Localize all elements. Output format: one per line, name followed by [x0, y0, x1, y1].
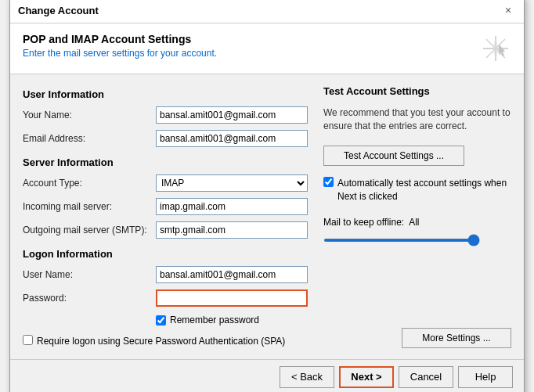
left-panel: User Information Your Name: Email Addres… [23, 85, 308, 348]
cancel-button[interactable]: Cancel [399, 366, 453, 388]
account-type-row: Account Type: IMAP [23, 174, 308, 192]
incoming-mail-label: Incoming mail server: [23, 201, 156, 212]
account-type-select[interactable]: IMAP [156, 174, 308, 192]
email-address-input[interactable] [156, 130, 308, 147]
outgoing-mail-input[interactable] [156, 221, 308, 239]
content-area: User Information Your Name: Email Addres… [10, 74, 524, 359]
close-button[interactable]: × [500, 2, 516, 18]
username-row: User Name: [23, 266, 308, 283]
dialog-title: Change Account [18, 5, 99, 16]
your-name-row: Your Name: [23, 106, 308, 124]
next-button[interactable]: Next > [339, 366, 394, 388]
test-account-settings-button[interactable]: Test Account Settings ... [323, 146, 464, 166]
username-label: User Name: [23, 269, 156, 280]
more-settings-button[interactable]: More Settings ... [402, 328, 511, 348]
password-label: Password: [23, 293, 156, 304]
email-address-label: Email Address: [23, 133, 156, 144]
require-logon-label: Require logon using Secure Password Auth… [37, 335, 285, 348]
logon-info-label: Logon Information [23, 248, 308, 260]
offline-label: Mail to keep offline: All [323, 217, 511, 228]
email-address-row: Email Address: [23, 130, 308, 147]
test-settings-desc: We recommend that you test your account … [323, 106, 511, 133]
incoming-mail-input[interactable] [156, 198, 308, 215]
require-logon-checkbox[interactable] [23, 335, 33, 345]
header-text: POP and IMAP Account Settings Enter the … [23, 33, 217, 59]
remember-password-row: Remember password [156, 315, 308, 325]
slider-container [323, 239, 511, 242]
auto-test-checkbox[interactable] [323, 177, 334, 187]
remember-password-checkbox[interactable] [156, 315, 166, 325]
remember-password-label: Remember password [170, 315, 259, 325]
outgoing-mail-label: Outgoing mail server (SMTP): [23, 225, 156, 236]
svg-marker-4 [493, 38, 499, 59]
your-name-input[interactable] [156, 106, 308, 124]
header-heading: POP and IMAP Account Settings [23, 33, 217, 45]
test-settings-title: Test Account Settings [323, 85, 511, 97]
account-type-label: Account Type: [23, 178, 156, 189]
help-button[interactable]: Help [458, 366, 513, 388]
footer: < Back Next > Cancel Help [10, 359, 524, 392]
auto-test-label: Automatically test account settings when… [337, 177, 511, 203]
auto-test-row: Automatically test account settings when… [323, 177, 511, 203]
your-name-label: Your Name: [23, 110, 156, 120]
password-row: Password: [23, 290, 308, 307]
title-bar: Change Account × [10, 0, 524, 23]
right-panel: Test Account Settings We recommend that … [323, 85, 511, 348]
outgoing-mail-row: Outgoing mail server (SMTP): [23, 221, 308, 239]
user-info-label: User Information [23, 88, 308, 100]
back-button[interactable]: < Back [280, 366, 334, 388]
change-account-dialog: Change Account × POP and IMAP Account Se… [9, 0, 525, 392]
username-input[interactable] [156, 266, 308, 283]
password-input[interactable] [156, 290, 308, 307]
server-info-label: Server Information [23, 156, 308, 168]
incoming-mail-row: Incoming mail server: [23, 198, 308, 215]
header-section: POP and IMAP Account Settings Enter the … [10, 23, 524, 74]
require-logon-row: Require logon using Secure Password Auth… [23, 335, 308, 348]
header-icon [480, 33, 511, 64]
offline-slider[interactable] [323, 239, 480, 242]
header-description: Enter the mail server settings for your … [23, 48, 217, 59]
